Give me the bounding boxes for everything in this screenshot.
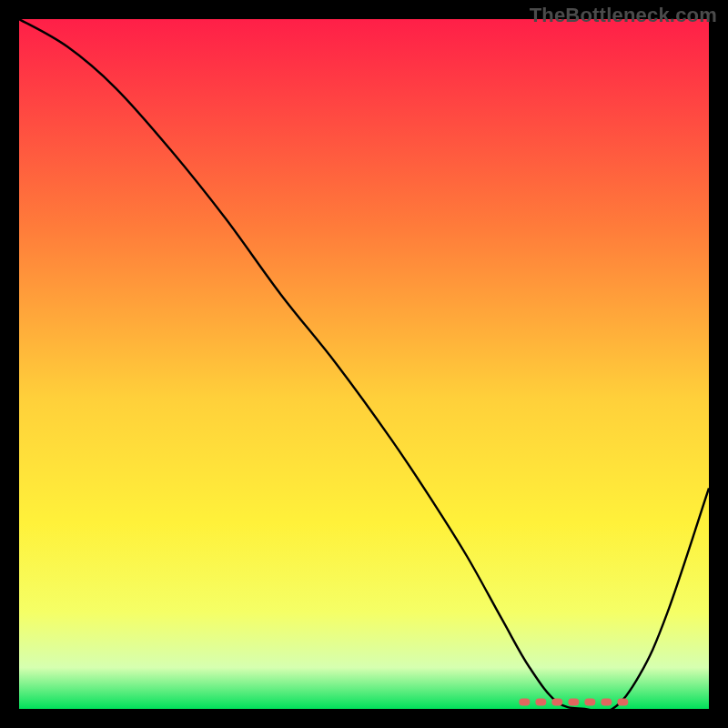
gradient-background xyxy=(19,19,709,709)
chart-svg xyxy=(19,19,709,709)
chart-frame: TheBottleneck.com xyxy=(0,0,728,728)
chart-plot xyxy=(19,19,709,709)
watermark-label: TheBottleneck.com xyxy=(530,4,717,27)
